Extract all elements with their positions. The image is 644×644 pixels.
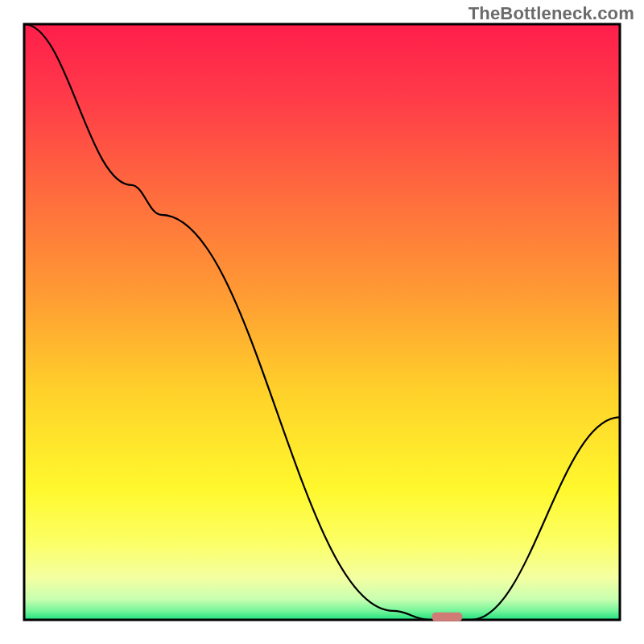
chart-container: TheBottleneck.com <box>0 0 644 644</box>
bottleneck-chart <box>0 0 644 644</box>
watermark-label: TheBottleneck.com <box>469 3 634 24</box>
optimal-point-marker <box>431 613 462 621</box>
